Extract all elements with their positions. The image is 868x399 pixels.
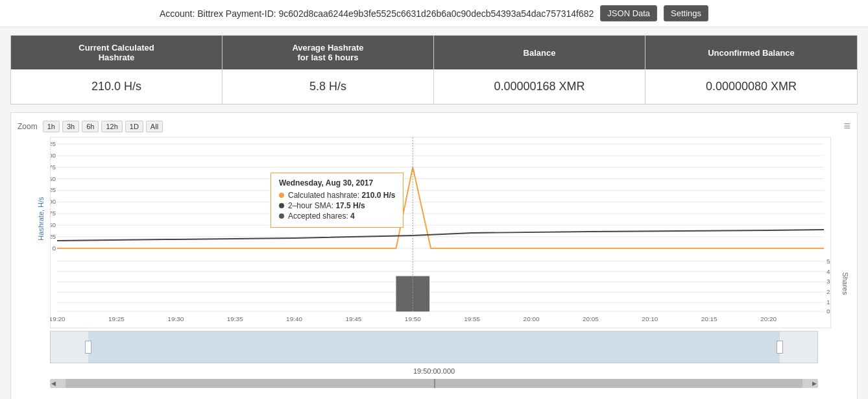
svg-text:175: 175 bbox=[50, 163, 56, 171]
zoom-1d-button[interactable]: 1D bbox=[125, 121, 143, 132]
payment-id: 9c602d8caa6244e9b3fe5525c6631d26b6a0c90d… bbox=[279, 8, 594, 19]
svg-text:5: 5 bbox=[826, 258, 830, 265]
svg-text:4: 4 bbox=[826, 268, 830, 275]
svg-text:20:15: 20:15 bbox=[701, 315, 717, 322]
zoom-label: Zoom bbox=[18, 122, 38, 131]
svg-text:125: 125 bbox=[50, 186, 56, 193]
svg-text:200: 200 bbox=[50, 152, 56, 159]
stat-value-avg-hashrate: 5.8 H/s bbox=[223, 69, 433, 104]
tooltip-dot-dark bbox=[279, 203, 284, 208]
zoom-3h-button[interactable]: 3h bbox=[62, 121, 79, 132]
range-handle-right[interactable] bbox=[777, 341, 783, 354]
stat-header-balance: Balance bbox=[434, 36, 645, 69]
svg-text:19:30: 19:30 bbox=[167, 315, 184, 322]
hashrate-line bbox=[57, 167, 824, 248]
scroll-right-arrow[interactable]: ▶ bbox=[812, 380, 817, 387]
chart-container: Zoom 1h 3h 6h 12h 1D All ≡ Hashrate, H/s… bbox=[10, 112, 858, 399]
stat-value-hashrate: 210.0 H/s bbox=[11, 69, 222, 104]
tooltip-row-shares: Accepted shares: 4 bbox=[279, 212, 395, 221]
chart-svg: 225 200 175 150 125 100 75 50 25 0 5 4 3… bbox=[50, 137, 831, 328]
svg-text:19:20: 19:20 bbox=[50, 315, 66, 322]
svg-text:19:50: 19:50 bbox=[405, 315, 421, 322]
svg-text:19:45: 19:45 bbox=[345, 315, 361, 322]
stats-grid: Current CalculatedHashrate 210.0 H/s Ave… bbox=[10, 35, 858, 104]
account-prefix: Account: Bittrex Payment-ID: bbox=[160, 8, 279, 19]
svg-text:0: 0 bbox=[826, 308, 830, 315]
range-selector[interactable]: 19:50:00.000 bbox=[50, 331, 818, 363]
zoom-12h-button[interactable]: 12h bbox=[101, 121, 122, 132]
tooltip-dot-orange bbox=[279, 193, 284, 198]
chart-tooltip: Wednesday, Aug 30, 2017 Calculated hashr… bbox=[271, 173, 404, 228]
range-handle-left[interactable] bbox=[85, 341, 91, 354]
json-data-button[interactable]: JSON Data bbox=[600, 5, 657, 21]
scrollbar[interactable]: ◀ ▶ bbox=[50, 379, 818, 388]
tooltip-dot-darkgray bbox=[279, 213, 284, 219]
scroll-left-arrow[interactable]: ◀ bbox=[51, 380, 56, 387]
zoom-6h-button[interactable]: 6h bbox=[82, 121, 99, 132]
svg-text:20:05: 20:05 bbox=[583, 315, 599, 322]
svg-text:3: 3 bbox=[826, 278, 830, 285]
scrollbar-thumb[interactable] bbox=[66, 379, 803, 388]
y-axis-left-label: Hashrate, H/s bbox=[37, 197, 45, 240]
svg-text:20:00: 20:00 bbox=[524, 315, 540, 322]
stat-value-balance: 0.00000168 XMR bbox=[434, 69, 645, 104]
scroll-center-marker bbox=[434, 379, 435, 388]
svg-text:1: 1 bbox=[826, 298, 830, 306]
svg-text:19:55: 19:55 bbox=[464, 315, 480, 322]
svg-text:50: 50 bbox=[50, 221, 56, 228]
zoom-all-button[interactable]: All bbox=[146, 121, 163, 132]
header: Account: Bittrex Payment-ID: 9c602d8caa6… bbox=[0, 0, 868, 27]
sma-line bbox=[57, 230, 824, 241]
svg-text:2: 2 bbox=[826, 288, 830, 295]
account-label: Account: Bittrex Payment-ID: 9c602d8caa6… bbox=[160, 8, 594, 19]
svg-text:25: 25 bbox=[50, 233, 56, 240]
y-axis-right-label: Shares bbox=[842, 272, 850, 295]
svg-text:0: 0 bbox=[53, 245, 56, 252]
stat-card-balance: Balance 0.00000168 XMR bbox=[434, 36, 645, 104]
tooltip-title: Wednesday, Aug 30, 2017 bbox=[279, 178, 395, 187]
svg-text:20:10: 20:10 bbox=[642, 315, 658, 322]
svg-text:19:35: 19:35 bbox=[227, 315, 243, 322]
stat-header-hashrate: Current CalculatedHashrate bbox=[11, 36, 222, 69]
settings-button[interactable]: Settings bbox=[664, 5, 708, 21]
stat-header-unconfirmed: Unconfirmed Balance bbox=[645, 36, 857, 69]
stat-card-unconfirmed: Unconfirmed Balance 0.00000080 XMR bbox=[645, 36, 857, 104]
stat-card-avg-hashrate: Average Hashratefor last 6 hours 5.8 H/s bbox=[223, 36, 434, 104]
stat-header-avg-hashrate: Average Hashratefor last 6 hours bbox=[223, 36, 433, 69]
svg-text:150: 150 bbox=[50, 175, 56, 182]
tooltip-row-sma: 2–hour SMA: 17.5 H/s bbox=[279, 201, 395, 210]
svg-text:75: 75 bbox=[50, 210, 56, 217]
tooltip-row-hashrate: Calculated hashrate: 210.0 H/s bbox=[279, 191, 395, 200]
stat-value-unconfirmed: 0.00000080 XMR bbox=[645, 69, 857, 104]
tooltip-sma-text: 2–hour SMA: 17.5 H/s bbox=[288, 201, 365, 210]
svg-text:19:25: 19:25 bbox=[108, 315, 125, 322]
zoom-controls: Zoom 1h 3h 6h 12h 1D All bbox=[18, 121, 163, 132]
chart-menu-icon[interactable]: ≡ bbox=[843, 119, 850, 133]
time-marker: 19:50:00.000 bbox=[413, 367, 455, 375]
zoom-1h-button[interactable]: 1h bbox=[43, 121, 60, 132]
stat-card-hashrate: Current CalculatedHashrate 210.0 H/s bbox=[11, 36, 223, 104]
svg-text:225: 225 bbox=[50, 140, 56, 147]
tooltip-hashrate-text: Calculated hashrate: 210.0 H/s bbox=[288, 191, 395, 200]
chart-toolbar: Zoom 1h 3h 6h 12h 1D All ≡ bbox=[18, 119, 850, 133]
svg-text:20:20: 20:20 bbox=[760, 315, 777, 322]
svg-text:19:40: 19:40 bbox=[286, 315, 302, 322]
svg-text:100: 100 bbox=[50, 198, 56, 205]
tooltip-shares-text: Accepted shares: 4 bbox=[288, 212, 355, 221]
